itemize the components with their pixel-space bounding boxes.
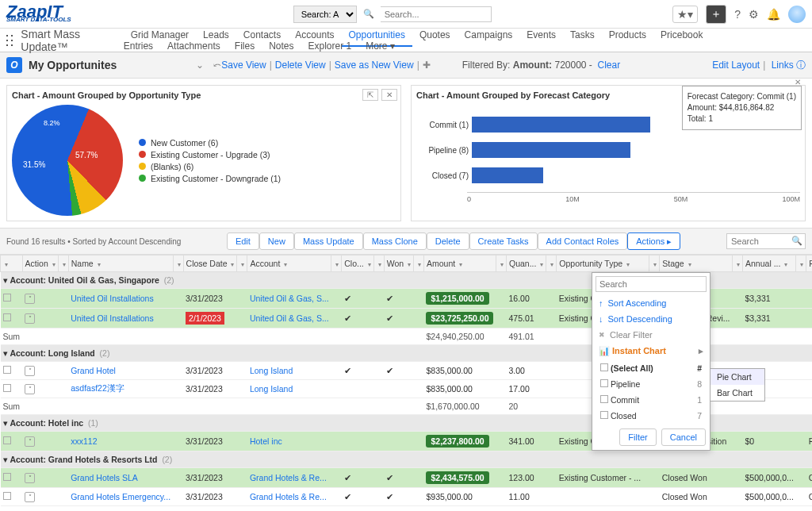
filter-search-input[interactable] <box>596 276 707 292</box>
charts-row: ⇱✕ Chart - Amount Grouped by Opportunity… <box>0 79 812 228</box>
delete-button[interactable]: Delete <box>427 232 469 250</box>
legend-item[interactable]: Existing Customer - Downgrade (1) <box>139 174 281 183</box>
col-header[interactable]: Name ▾ <box>68 256 173 272</box>
tab-campaigns[interactable]: Campaigns <box>458 25 520 45</box>
col-header[interactable]: ▾ <box>546 256 557 272</box>
object-icon: O <box>6 57 22 73</box>
col-header[interactable]: ▾ <box>796 256 806 272</box>
pie-chart-title: Chart - Amount Grouped by Opportunity Ty… <box>12 90 396 100</box>
tab-tasks[interactable]: Tasks <box>563 25 602 45</box>
tab-events[interactable]: Events <box>519 25 563 45</box>
tab-notes[interactable]: Notes <box>262 36 301 56</box>
chart-close-icon[interactable]: ✕ <box>381 89 397 101</box>
col-header[interactable]: Opportunity Type ▾ <box>557 256 649 272</box>
col-header[interactable]: ▾ <box>496 256 506 272</box>
col-header[interactable]: Close Date ▾ <box>183 256 237 272</box>
pie-slice-label: 31.5% <box>23 160 45 169</box>
mass-update-button[interactable]: Mass Update <box>294 232 363 250</box>
filter-option[interactable]: Pipeline8 <box>594 377 708 391</box>
create-tasks-button[interactable]: Create Tasks <box>469 232 538 250</box>
tab-quotes[interactable]: Quotes <box>412 25 458 45</box>
chart-detach-icon[interactable]: ⇱ <box>362 89 378 101</box>
table-row[interactable]: ˅Grand Hotels SLA3/31/2023Grand Hotels &… <box>1 468 813 488</box>
bar-chart-panel: Chart - Amount Grouped by Forecast Categ… <box>411 85 806 221</box>
instant-chart[interactable]: 📊 Instant Chart <box>592 343 710 359</box>
clear-filter[interactable]: Clear Filter <box>592 327 710 343</box>
col-header[interactable]: Annual ... ▾ <box>743 256 796 272</box>
filter-option[interactable]: Closed7 <box>594 409 708 423</box>
results-summary: Found 16 results • Sorted by Account Des… <box>6 237 181 246</box>
add-contact-roles-button[interactable]: Add Contact Roles <box>538 232 628 250</box>
search-scope-select[interactable]: Search: All <box>293 6 357 23</box>
tab-products[interactable]: Products <box>602 25 653 45</box>
col-header[interactable]: ▾ <box>331 256 342 272</box>
save-view-link[interactable]: Save View <box>221 60 266 71</box>
group-sum-row: Sum$3,369,575.00134102% <box>1 506 813 512</box>
filter-apply-button[interactable]: Filter <box>619 428 656 446</box>
notifications-bell-icon[interactable]: 🔔 <box>767 8 780 21</box>
add-button[interactable]: ＋ <box>706 5 726 24</box>
col-header[interactable]: Stage ▾ <box>660 256 733 272</box>
help-icon[interactable]: ? <box>734 8 741 21</box>
col-header[interactable]: ▾ <box>1 256 23 272</box>
global-search-input[interactable] <box>381 6 492 22</box>
col-header[interactable]: Amount ▾ <box>423 256 496 272</box>
pie-slice-label: 57.7% <box>75 151 98 159</box>
filtered-by-label: Filtered By: Amount: 720000 - Clear <box>462 60 620 71</box>
clear-filter-link[interactable]: Clear <box>598 60 621 71</box>
col-header[interactable]: ▾ <box>373 256 384 272</box>
legend-item[interactable]: (Blanks) (6) <box>139 162 281 171</box>
col-header[interactable]: Won ▾ <box>384 256 413 272</box>
table-row[interactable]: ˅Grand Hotels Emergency...3/31/2023Grand… <box>1 488 813 506</box>
col-header[interactable]: ▾ <box>58 256 68 272</box>
tab-explorer-1[interactable]: Explorer 1 <box>301 36 359 56</box>
col-header[interactable]: ▾ <box>413 256 423 272</box>
sort-ascending[interactable]: Sort Ascending <box>592 295 710 311</box>
submenu-pie[interactable]: Pie Chart <box>710 369 764 385</box>
top-icon-bar: ★▾ ＋ ? ⚙ 🔔 <box>672 5 806 24</box>
search-icon: 🔍 <box>357 9 381 19</box>
submenu-bar[interactable]: Bar Chart <box>710 385 764 401</box>
filter-option[interactable]: Commit1 <box>594 393 708 407</box>
tab-more[interactable]: More <box>358 36 402 56</box>
col-header[interactable]: ▾ <box>173 256 183 272</box>
col-header[interactable]: Clo... ▾ <box>342 256 373 272</box>
edit-button[interactable]: Edit <box>227 232 259 250</box>
bar-tooltip: ✕ Forecast Category: Commit (1) Amount: … <box>682 86 802 130</box>
col-header[interactable]: Action ▾ <box>22 256 58 272</box>
app-title: Smart Mass Update™ <box>21 28 107 53</box>
user-avatar[interactable] <box>788 6 806 23</box>
column-filter-popup: Sort Ascending Sort Descending Clear Fil… <box>592 272 710 451</box>
tooltip-close-icon[interactable]: ✕ <box>795 77 801 88</box>
pie-chart[interactable]: 57.7% 31.5% 8.2% <box>12 105 123 216</box>
instant-chart-submenu: Pie Chart Bar Chart <box>710 368 765 402</box>
save-as-view-link[interactable]: Save as New View <box>335 60 414 71</box>
mass-clone-button[interactable]: Mass Clone <box>363 232 427 250</box>
col-header[interactable]: ▾ <box>237 256 247 272</box>
sort-descending[interactable]: Sort Descending <box>592 311 710 327</box>
delete-view-link[interactable]: Delete View <box>275 60 326 71</box>
view-title[interactable]: My Opportunites <box>29 59 117 71</box>
tab-attachments[interactable]: Attachments <box>160 36 228 56</box>
group-header[interactable]: ▾ Account: Grand Hotels & Resorts Ltd (2… <box>1 451 813 468</box>
links-link[interactable]: Links ⓘ <box>772 60 806 71</box>
view-bar: O My Opportunites ⌄ ⤺ Save View| Delete … <box>0 52 812 79</box>
legend-item[interactable]: Existing Customer - Upgrade (3) <box>139 150 281 159</box>
filter-cancel-button[interactable]: Cancel <box>661 428 706 446</box>
app-launcher-icon[interactable] <box>5 33 16 48</box>
favorite-button[interactable]: ★▾ <box>672 6 698 23</box>
pie-legend: New Customer (6)Existing Customer - Upgr… <box>139 136 281 186</box>
col-header[interactable]: Forecast Categ... ▾ <box>806 256 812 272</box>
col-header[interactable]: ▾ <box>649 256 660 272</box>
col-header[interactable]: Quan... ▾ <box>506 256 546 272</box>
search-icon[interactable]: 🔍 <box>791 236 802 246</box>
col-header[interactable]: Account ▾ <box>247 256 331 272</box>
setup-gear-icon[interactable]: ⚙ <box>749 8 759 21</box>
new-button[interactable]: New <box>259 232 294 250</box>
tab-files[interactable]: Files <box>228 36 262 56</box>
edit-layout-link[interactable]: Edit Layout <box>712 60 760 71</box>
legend-item[interactable]: New Customer (6) <box>139 138 281 148</box>
actions-button[interactable]: Actions ▸ <box>627 232 680 250</box>
col-header[interactable]: ▾ <box>733 256 743 272</box>
pie-chart-panel: ⇱✕ Chart - Amount Grouped by Opportunity… <box>6 85 401 221</box>
